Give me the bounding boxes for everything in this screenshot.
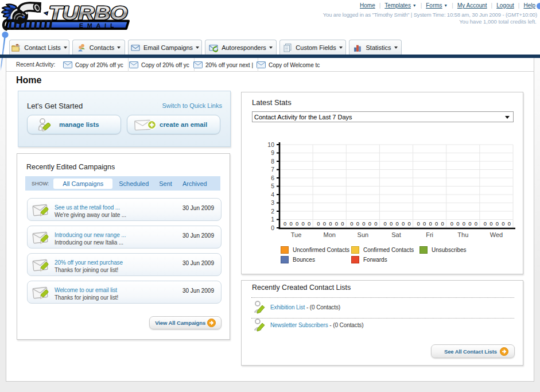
svg-text:6: 6 bbox=[271, 174, 274, 181]
svg-text:2: 2 bbox=[271, 208, 274, 215]
svg-text:0: 0 bbox=[283, 220, 286, 227]
svg-text:Fri: Fri bbox=[426, 231, 433, 238]
svg-text:0: 0 bbox=[395, 220, 398, 227]
svg-text:0: 0 bbox=[402, 220, 405, 227]
svg-text:1: 1 bbox=[271, 216, 274, 223]
svg-text:0: 0 bbox=[407, 220, 410, 227]
svg-text:0: 0 bbox=[468, 220, 471, 227]
svg-text:0: 0 bbox=[390, 220, 393, 227]
svg-text:0: 0 bbox=[356, 220, 359, 227]
svg-text:0: 0 bbox=[435, 220, 438, 227]
svg-text:0: 0 bbox=[496, 220, 499, 227]
svg-text:0: 0 bbox=[341, 220, 344, 227]
svg-text:0: 0 bbox=[362, 220, 365, 227]
svg-text:0: 0 bbox=[490, 220, 492, 227]
svg-text:0: 0 bbox=[508, 220, 511, 227]
svg-text:10: 10 bbox=[267, 141, 274, 148]
svg-text:Tue: Tue bbox=[291, 231, 302, 238]
svg-text:Sat: Sat bbox=[391, 231, 401, 238]
svg-text:0: 0 bbox=[302, 220, 305, 227]
svg-text:8: 8 bbox=[271, 158, 274, 165]
svg-text:7: 7 bbox=[271, 166, 274, 173]
svg-text:Thu: Thu bbox=[457, 231, 468, 238]
svg-text:TURBO: TURBO bbox=[49, 2, 127, 24]
svg-text:0: 0 bbox=[290, 220, 293, 227]
svg-text:5: 5 bbox=[271, 183, 274, 189]
svg-text:0: 0 bbox=[502, 220, 504, 227]
svg-text:0: 0 bbox=[423, 220, 426, 227]
svg-text:0: 0 bbox=[296, 220, 298, 227]
svg-text:0: 0 bbox=[317, 220, 320, 227]
svg-text:0: 0 bbox=[475, 220, 477, 227]
svg-text:Mon: Mon bbox=[324, 231, 336, 238]
svg-text:0: 0 bbox=[368, 220, 371, 227]
svg-text:0: 0 bbox=[450, 220, 453, 227]
svg-text:0: 0 bbox=[335, 220, 338, 227]
svg-text:Sun: Sun bbox=[358, 231, 369, 238]
svg-text:0: 0 bbox=[383, 220, 386, 227]
svg-text:0: 0 bbox=[323, 220, 326, 227]
svg-text:0: 0 bbox=[308, 220, 310, 227]
svg-text:0: 0 bbox=[441, 220, 444, 227]
svg-text:3: 3 bbox=[271, 199, 274, 206]
svg-text:0: 0 bbox=[417, 220, 420, 227]
svg-text:0: 0 bbox=[350, 220, 353, 227]
svg-text:0: 0 bbox=[271, 224, 274, 231]
svg-text:4: 4 bbox=[271, 191, 274, 198]
svg-text:Wed: Wed bbox=[490, 231, 503, 238]
svg-text:9: 9 bbox=[271, 149, 274, 156]
svg-text:0: 0 bbox=[374, 220, 377, 227]
svg-text:0: 0 bbox=[429, 220, 432, 227]
svg-text:0: 0 bbox=[484, 220, 487, 227]
svg-text:0: 0 bbox=[463, 220, 465, 227]
svg-text:0: 0 bbox=[329, 220, 332, 227]
svg-text:0: 0 bbox=[456, 220, 459, 227]
